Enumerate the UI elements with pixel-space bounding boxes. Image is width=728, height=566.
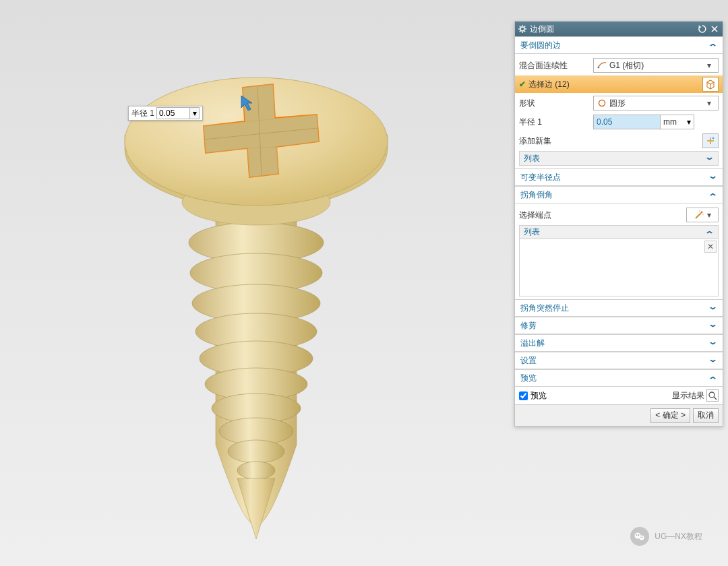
floating-radius-input[interactable]: 半径 1 ▾: [128, 106, 203, 121]
preview-checkbox-label: 预览: [530, 390, 672, 402]
chevron-down-icon: [708, 303, 717, 313]
section-variable-radius-header[interactable]: 可变半径点: [515, 168, 723, 186]
show-result-button[interactable]: 显示结果: [672, 389, 719, 402]
svg-line-20: [524, 31, 526, 32]
chevron-down-icon: [708, 356, 717, 365]
svg-line-22: [520, 31, 521, 32]
model-screw: [7, 13, 465, 566]
watermark: UG—NX教程: [630, 527, 702, 546]
section-edges-header[interactable]: 要倒圆的边: [515, 36, 723, 54]
section-overflow-header[interactable]: 溢出解: [515, 334, 723, 352]
select-endpoint-button[interactable]: ▾: [686, 208, 719, 222]
edges-list-header[interactable]: 列表: [519, 151, 719, 166]
dialog-titlebar[interactable]: 边倒圆: [515, 22, 723, 36]
svg-point-25: [598, 67, 600, 69]
svg-point-34: [709, 392, 715, 398]
section-corner-setback-header[interactable]: 拐角倒角: [515, 186, 723, 203]
close-icon[interactable]: [709, 24, 720, 34]
chevron-down-icon: [708, 321, 717, 330]
section-edges-body: 混合面连续性 G1 (相切) ▾ ✔ 选择边 (12) 形状 圆形 ▾ 半径 1: [515, 54, 723, 168]
svg-point-8: [228, 440, 284, 463]
edge-blend-dialog: 边倒圆 要倒圆的边 混合面连续性 G1 (相切) ▾ ✔ 选择边 (12) 形状: [514, 21, 723, 427]
chevron-down-icon: [708, 338, 717, 348]
svg-point-38: [636, 534, 638, 536]
radius-input[interactable]: [593, 115, 661, 129]
svg-line-35: [714, 397, 717, 400]
check-icon: ✔: [519, 80, 526, 89]
list-remove-button[interactable]: ✕: [704, 241, 717, 253]
chevron-up-icon: [708, 40, 717, 50]
shape-label: 形状: [519, 98, 593, 109]
add-new-set-button[interactable]: [702, 133, 719, 148]
svg-point-33: [702, 214, 704, 215]
svg-point-29: [712, 137, 715, 139]
radius-unit-select[interactable]: mm ▾: [661, 115, 694, 129]
circle-icon: [597, 98, 607, 108]
chevron-down-icon: ▾: [687, 117, 691, 127]
chevron-down-icon: ▾: [707, 61, 715, 70]
svg-point-9: [237, 462, 275, 479]
dialog-title: 边倒圆: [530, 24, 696, 35]
corner-list-box: 列表 ✕: [519, 225, 719, 296]
plus-icon: [706, 136, 715, 146]
shape-select[interactable]: 圆形 ▾: [593, 96, 719, 111]
svg-line-19: [520, 26, 521, 28]
cancel-button[interactable]: 取消: [693, 408, 719, 423]
cube-icon: [705, 79, 716, 90]
radius-label: 半径 1: [519, 117, 593, 128]
blend-continuity-label: 混合面连续性: [519, 60, 593, 71]
svg-point-37: [640, 536, 644, 540]
preview-row: 预览 显示结果: [515, 387, 723, 404]
chevron-up-icon: [708, 373, 717, 383]
floating-radius-label: 半径 1: [131, 108, 154, 119]
chevron-down-icon: [708, 172, 717, 182]
wand-icon: [694, 210, 704, 220]
section-trim-header[interactable]: 修剪: [515, 317, 723, 334]
section-preview-header[interactable]: 预览: [515, 369, 723, 387]
svg-point-32: [699, 210, 700, 212]
x-icon: ✕: [707, 242, 714, 251]
continuity-icon: [597, 60, 607, 71]
preview-checkbox[interactable]: [519, 391, 528, 400]
wechat-icon: [630, 527, 649, 546]
svg-point-40: [640, 537, 641, 538]
chevron-down-icon: ▾: [707, 98, 715, 108]
chevron-down-icon: ▾: [707, 210, 711, 220]
dialog-footer: < 确定 > 取消: [515, 404, 723, 426]
blend-continuity-select[interactable]: G1 (相切) ▾: [593, 58, 719, 73]
watermark-text: UG—NX教程: [655, 531, 702, 542]
chevron-up-icon: [708, 190, 717, 199]
section-settings-header[interactable]: 设置: [515, 352, 723, 369]
floating-radius-field[interactable]: [156, 107, 190, 119]
svg-point-26: [599, 100, 605, 106]
magnifier-icon: [706, 389, 719, 402]
section-corner-setback-body: 选择端点 ▾ 列表 ✕: [515, 203, 723, 299]
floating-radius-dropdown[interactable]: ▾: [190, 107, 200, 119]
chevron-up-icon: [704, 228, 714, 237]
svg-point-39: [638, 534, 640, 536]
ok-button[interactable]: < 确定 >: [650, 408, 690, 423]
svg-point-41: [642, 537, 643, 538]
corner-list-header[interactable]: 列表: [520, 226, 718, 239]
svg-line-30: [696, 213, 701, 218]
select-endpoint-label: 选择端点: [519, 210, 686, 221]
select-edges-row[interactable]: ✔ 选择边 (12): [515, 75, 723, 93]
svg-line-21: [524, 26, 526, 28]
svg-point-31: [701, 212, 703, 214]
select-edges-button[interactable]: [702, 77, 719, 92]
corner-list-body[interactable]: ✕: [520, 239, 718, 296]
svg-point-14: [520, 27, 524, 31]
reset-icon[interactable]: [697, 24, 708, 34]
gear-icon: [518, 24, 527, 34]
chevron-down-icon: [704, 154, 714, 163]
section-corner-stop-header[interactable]: 拐角突然停止: [515, 299, 723, 317]
add-new-set-label: 添加新集: [519, 135, 593, 147]
